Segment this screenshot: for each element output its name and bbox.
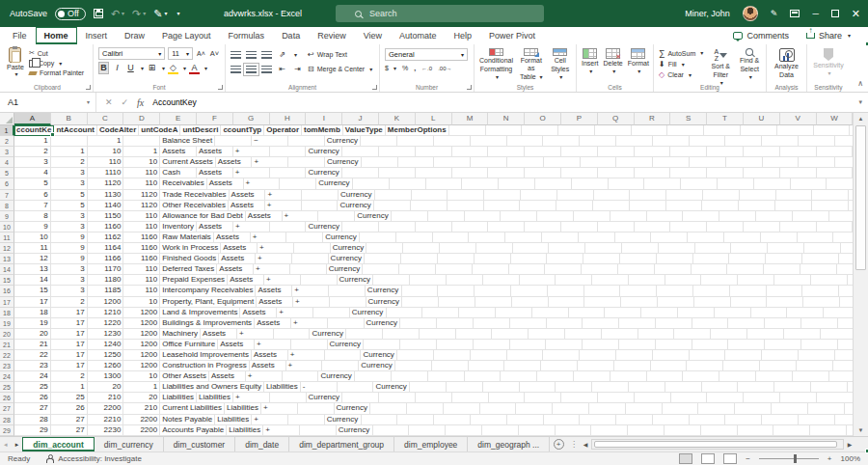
bottom-align-button[interactable]	[261, 51, 272, 59]
cell-D20[interactable]: 1200	[123, 329, 160, 340]
cell-G15[interactable]: +	[264, 275, 301, 286]
cell-D2[interactable]	[123, 136, 160, 147]
cell-I22[interactable]: Currency	[361, 350, 397, 361]
analyze-data-button[interactable]: Analyze Data	[774, 48, 799, 81]
cell-B13[interactable]: 9	[51, 254, 88, 264]
row-header-10[interactable]: 10	[0, 222, 14, 232]
row-header-14[interactable]: 14	[0, 264, 14, 275]
cell-W5[interactable]	[817, 168, 853, 178]
cell-O5[interactable]	[525, 168, 561, 178]
cell-M23[interactable]	[504, 361, 541, 371]
comma-style-button[interactable]: ,	[414, 65, 416, 71]
cell-R22[interactable]	[690, 350, 726, 361]
cell-K13[interactable]	[401, 254, 438, 264]
cell-H22[interactable]	[325, 350, 362, 361]
cell-R2[interactable]	[653, 136, 690, 147]
cell-S1[interactable]	[741, 125, 777, 136]
menu-tab-automate[interactable]: Automate	[391, 27, 446, 44]
cell-P5[interactable]	[561, 168, 598, 178]
new-sheet-button[interactable]: +	[550, 437, 567, 451]
cell-M7[interactable]	[484, 190, 521, 201]
zoom-slider[interactable]	[759, 458, 819, 459]
cell-R19[interactable]	[692, 318, 729, 329]
cell-Q3[interactable]	[598, 147, 635, 157]
horizontal-scroll-track[interactable]	[591, 439, 844, 450]
cell-B27[interactable]: 26	[51, 403, 88, 414]
cell-P9[interactable]	[610, 211, 647, 222]
clipboard-dialog-launcher-icon[interactable]	[86, 85, 91, 90]
tab-nav-right-icon[interactable]: ▸	[12, 437, 23, 451]
row-header-12[interactable]: 12	[0, 243, 14, 254]
cell-T25[interactable]	[774, 382, 811, 393]
cell-T23[interactable]	[760, 361, 797, 371]
cell-B14[interactable]: 3	[51, 264, 88, 275]
cell-U2[interactable]	[762, 136, 799, 147]
cell-U10[interactable]	[744, 222, 780, 232]
cell-K17[interactable]	[439, 297, 475, 308]
cell-L1[interactable]	[486, 125, 523, 136]
fill-color-button[interactable]: ◇	[168, 64, 178, 72]
cell-U12[interactable]	[768, 243, 804, 254]
cell-B6[interactable]: 3	[51, 178, 88, 189]
cell-S18[interactable]	[715, 308, 751, 318]
cell-J23[interactable]	[395, 361, 432, 371]
cell-B15[interactable]: 3	[51, 275, 88, 286]
cell-M27[interactable]	[480, 403, 517, 414]
cell-A18[interactable]: 18	[14, 308, 51, 318]
cell-O16[interactable]	[584, 286, 621, 296]
cell-F24[interactable]: Assets	[209, 371, 246, 382]
cell-M9[interactable]	[501, 211, 537, 222]
cell-T29[interactable]	[738, 425, 774, 436]
cell-E3[interactable]: Assets	[160, 147, 197, 157]
row-header-22[interactable]: 22	[0, 350, 14, 361]
cell-N28[interactable]	[507, 415, 544, 425]
font-name-select[interactable]: Calibri▾	[98, 47, 165, 60]
cell-V22[interactable]	[835, 350, 853, 361]
customize-qat-icon[interactable]: ▾	[177, 11, 180, 16]
cell-F17[interactable]: Assets	[257, 297, 293, 308]
cell-S4[interactable]	[690, 157, 726, 168]
cell-A20[interactable]: 20	[14, 329, 51, 340]
merge-center-dropdown-icon[interactable]: ▾	[369, 67, 372, 72]
sheet-tab-dim_geograph[interactable]: dim_geograph ...	[468, 437, 550, 451]
cell-Q9[interactable]	[647, 211, 684, 222]
cell-F2[interactable]	[215, 136, 252, 147]
cell-D23[interactable]: 1200	[123, 361, 160, 371]
cell-C11[interactable]: 1162	[88, 232, 124, 243]
cell-L2[interactable]	[434, 136, 471, 147]
cell-W3[interactable]	[817, 147, 853, 157]
cell-I10[interactable]: Currency	[306, 222, 342, 232]
cell-R27[interactable]	[663, 403, 699, 414]
cell-D24[interactable]: 10	[123, 371, 160, 382]
cell-A8[interactable]: 7	[14, 201, 51, 211]
cell-E1[interactable]: untDescri	[180, 125, 221, 136]
cell-K6[interactable]	[390, 178, 426, 189]
cell-A6[interactable]: 5	[14, 178, 51, 189]
cell-U5[interactable]	[744, 168, 780, 178]
column-header-M[interactable]: M	[452, 113, 489, 125]
column-header-Q[interactable]: Q	[598, 113, 635, 125]
cell-E25[interactable]: Liabilities and Owners Equity	[160, 382, 264, 393]
cell-F10[interactable]: Assets	[197, 222, 233, 232]
cell-W21[interactable]	[838, 340, 853, 350]
zoom-level[interactable]: 100%	[841, 454, 860, 463]
cell-P1[interactable]	[632, 125, 668, 136]
cell-B1[interactable]: ntAccount	[54, 125, 97, 136]
cell-G25[interactable]: -	[301, 382, 338, 393]
cell-U25[interactable]	[811, 382, 848, 393]
underline-button[interactable]: U	[125, 63, 136, 73]
cell-P20[interactable]	[565, 329, 602, 340]
cell-T21[interactable]	[728, 340, 765, 350]
cell-F25[interactable]: Liabilities	[264, 382, 301, 393]
cell-C9[interactable]: 1150	[88, 211, 124, 222]
cell-K12[interactable]	[403, 243, 440, 254]
cell-M19[interactable]	[510, 318, 547, 329]
cell-A15[interactable]: 14	[14, 275, 51, 286]
cell-C13[interactable]: 1166	[88, 254, 124, 264]
avatar[interactable]	[743, 6, 758, 21]
cell-V19[interactable]	[838, 318, 853, 329]
cell-E18[interactable]: Land & Improvements	[160, 308, 240, 318]
cell-T5[interactable]	[707, 168, 744, 178]
column-header-U[interactable]: U	[744, 113, 780, 125]
vertical-scroll-thumb[interactable]	[855, 125, 866, 270]
